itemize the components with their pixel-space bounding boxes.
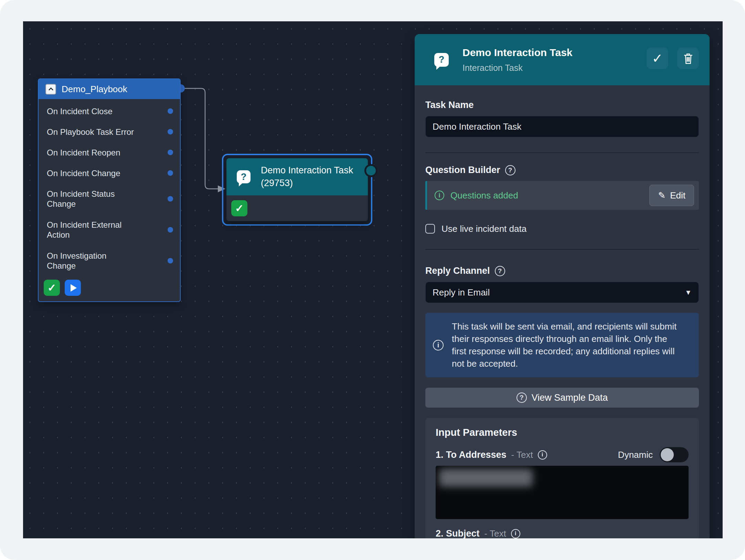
info-icon[interactable]: i (538, 450, 547, 460)
live-data-row[interactable]: Use live incident data (425, 224, 699, 234)
live-data-checkbox[interactable] (425, 224, 435, 234)
playbook-node-header[interactable]: Demo_Playbook (39, 79, 180, 99)
trigger-row[interactable]: On Incident External Action (39, 214, 180, 245)
interaction-task-icon: ? (434, 53, 449, 67)
playbook-title: Demo_Playbook (62, 84, 127, 95)
trigger-port[interactable] (168, 227, 173, 233)
trigger-row[interactable]: On Investigation Change (39, 245, 180, 276)
panel-subtitle: Interaction Task (462, 63, 573, 73)
live-data-label: Use live incident data (441, 224, 526, 234)
help-icon: ? (517, 392, 527, 403)
task-node-header[interactable]: ? Demo Interaction Task (29753) (226, 158, 368, 195)
delete-task-button[interactable] (677, 47, 699, 69)
task-config-panel: ? Demo Interaction Task Interaction Task… (415, 34, 710, 538)
trigger-port[interactable] (168, 150, 173, 155)
to-addresses-input[interactable] (436, 466, 689, 519)
toggle-knob (661, 448, 674, 461)
input-parameters-card: Input Parameters 1. To Addresses - Text … (425, 418, 699, 538)
check-icon: ✓ (652, 51, 663, 66)
dynamic-toggle[interactable] (660, 447, 689, 462)
task-node-selection[interactable]: ? Demo Interaction Task (29753) ✓ (222, 154, 372, 226)
trigger-port[interactable] (168, 108, 173, 114)
edit-questions-button[interactable]: ✎ Edit (649, 185, 694, 206)
param-row-to-addresses: 1. To Addresses - Text i Dynamic (436, 447, 689, 462)
task-node[interactable]: ? Demo Interaction Task (29753) ✓ (226, 158, 368, 221)
trigger-row[interactable]: On Incident Reopen (39, 142, 180, 163)
help-icon[interactable]: ? (505, 165, 515, 175)
task-success-button[interactable]: ✓ (231, 200, 247, 216)
collapse-button[interactable] (45, 84, 56, 95)
view-sample-data-button[interactable]: ? View Sample Data (425, 388, 699, 408)
run-playbook-button[interactable] (65, 280, 81, 296)
trash-icon (683, 53, 694, 64)
trigger-port[interactable] (168, 170, 173, 176)
task-node-body: ✓ (226, 195, 368, 221)
play-icon (71, 284, 77, 292)
chevron-down-icon: ▼ (685, 289, 692, 297)
input-parameters-title: Input Parameters (436, 427, 689, 438)
task-name-label: Task Name (425, 100, 699, 110)
reply-channel-select[interactable]: Reply in Email ▼ (425, 282, 699, 303)
app-frame: Demo_Playbook On Incident Close On Playb… (0, 0, 745, 560)
divider (425, 249, 699, 250)
task-node-title: Demo Interaction Task (29753) (261, 164, 353, 190)
playbook-canvas[interactable]: Demo_Playbook On Incident Close On Playb… (23, 21, 723, 538)
interaction-task-icon: ? (237, 170, 251, 183)
validate-playbook-button[interactable]: ✓ (44, 280, 60, 296)
param-row-subject: 2. Subject - Text i (436, 526, 689, 538)
help-icon[interactable]: ? (495, 266, 505, 276)
trigger-row[interactable]: On Playbook Task Error (39, 121, 180, 142)
info-icon[interactable]: i (511, 529, 520, 538)
trigger-list: On Incident Close On Playbook Task Error… (39, 99, 180, 280)
trigger-row[interactable]: On Incident Change (39, 163, 180, 183)
save-task-button[interactable]: ✓ (647, 47, 668, 69)
trigger-port[interactable] (168, 129, 173, 134)
check-icon: ✓ (235, 202, 244, 214)
trigger-port[interactable] (168, 258, 173, 263)
redacted-email-value (439, 469, 533, 487)
email-info-note: i This task will be sent via email, and … (425, 313, 699, 377)
trigger-row[interactable]: On Incident Status Change (39, 183, 180, 214)
task-name-input[interactable]: Demo Interaction Task (425, 116, 699, 137)
info-icon: i (435, 191, 444, 200)
trigger-port[interactable] (168, 196, 173, 202)
info-icon: i (433, 340, 444, 351)
question-builder-label: Question Builder ? (425, 165, 699, 175)
panel-header: ? Demo Interaction Task Interaction Task… (415, 34, 710, 85)
playbook-node[interactable]: Demo_Playbook On Incident Close On Playb… (38, 78, 181, 302)
trigger-row[interactable]: On Incident Close (39, 101, 180, 121)
pencil-icon: ✎ (658, 190, 666, 201)
questions-status: i Questions added (435, 190, 518, 201)
output-port-task[interactable] (364, 164, 377, 177)
question-builder-card: i Questions added ✎ Edit (425, 181, 699, 210)
divider (425, 152, 699, 153)
panel-title: Demo Interaction Task (462, 47, 573, 58)
check-icon: ✓ (47, 282, 56, 294)
chevron-up-icon (48, 87, 54, 91)
reply-channel-label: Reply Channel ? (425, 266, 699, 276)
